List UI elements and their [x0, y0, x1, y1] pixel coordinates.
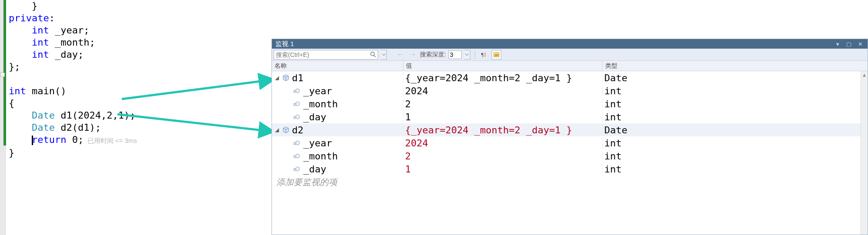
watch-type: int: [604, 86, 622, 96]
paragraph-toggle-icon[interactable]: ¶: [479, 50, 489, 60]
watch-row-root[interactable]: ◢d2{_year=2024 _month=2 _day=1 }Date: [272, 123, 868, 136]
svg-text:¶: ¶: [481, 52, 484, 58]
fold-marker[interactable]: -: [0, 73, 5, 77]
add-watch-item[interactable]: 添加要监视的项: [272, 175, 868, 189]
watch-title-text: 监视 1: [275, 40, 294, 48]
svg-point-37: [295, 169, 295, 170]
search-input[interactable]: [274, 50, 378, 60]
vertical-scrollbar[interactable]: ▲: [861, 71, 868, 235]
field-icon: [293, 87, 302, 94]
svg-rect-18: [295, 105, 295, 106]
watch-body: ◢d1{_year=2024 _month=2 _day=1 }Date_yea…: [272, 71, 868, 235]
code-line: }: [9, 0, 137, 12]
watch-name: _month: [303, 151, 338, 162]
struct-icon: [282, 126, 290, 133]
codelens-hint: 已用时间 <= 3ms: [84, 137, 137, 144]
col-header-name[interactable]: 名称: [272, 61, 403, 71]
depth-input[interactable]: [449, 50, 462, 59]
code-line: [9, 73, 137, 85]
watch-value: 2024: [405, 138, 428, 149]
watch-row-root[interactable]: ◢d1{_year=2024 _month=2 _day=1 }Date: [272, 71, 868, 84]
code-line: int _month;: [9, 36, 137, 49]
svg-point-33: [295, 156, 295, 157]
watch-value: 2: [405, 151, 411, 162]
watch-row-child[interactable]: _year2024int: [272, 136, 868, 149]
svg-point-13: [295, 91, 295, 92]
watch-type: int: [604, 99, 622, 109]
search-dropdown[interactable]: [381, 50, 387, 60]
watch-value: {_year=2024 _month=2 _day=1 }: [405, 73, 572, 83]
watch-row-child[interactable]: _year2024int: [272, 84, 868, 97]
svg-rect-22: [295, 118, 295, 119]
svg-marker-19: [296, 115, 299, 119]
depth-dropdown[interactable]: [464, 50, 470, 60]
watch-type: Date: [604, 73, 627, 83]
watch-name: _day: [303, 112, 326, 122]
code-line: }: [9, 147, 137, 159]
code-line: int _year;: [9, 24, 137, 36]
svg-text:ab: ab: [495, 53, 499, 57]
window-maximize-icon[interactable]: ▢: [843, 40, 855, 48]
watch-value: 2: [405, 99, 411, 109]
chevron-down-icon: [465, 53, 469, 56]
code-editor[interactable]: - }private: int _year; int _month; int _…: [0, 0, 274, 235]
code-line: return 0; 已用时间 <= 3ms: [9, 134, 137, 147]
struct-icon: [282, 74, 290, 81]
col-header-value[interactable]: 值: [403, 61, 603, 71]
scroll-up-icon[interactable]: ▲: [861, 71, 868, 78]
svg-rect-30: [295, 144, 295, 145]
window-close-icon[interactable]: ✕: [855, 40, 866, 48]
code-line: Date d2(d1);: [9, 122, 137, 134]
svg-marker-11: [296, 89, 299, 93]
watch-row-child[interactable]: _day1int: [272, 162, 868, 175]
svg-marker-31: [296, 154, 299, 158]
watch-value: 1: [405, 164, 411, 175]
toolbar-separator: [475, 50, 475, 59]
svg-marker-27: [296, 141, 299, 145]
watch-type: Date: [604, 125, 627, 136]
code-line: };: [9, 61, 137, 73]
depth-label: 搜索深度:: [420, 51, 446, 59]
chevron-down-icon: [382, 53, 385, 56]
svg-line-3: [374, 55, 375, 57]
watch-titlebar[interactable]: 监视 1 ▾ ▢ ✕: [272, 39, 868, 49]
nav-forward-icon[interactable]: →: [408, 50, 417, 59]
field-icon: [293, 139, 302, 146]
watch-value: {_year=2024 _month=2 _day=1 }: [405, 125, 572, 136]
nav-back-icon[interactable]: ←: [395, 50, 405, 59]
search-icon: [370, 51, 376, 58]
watch-row-child[interactable]: _month2int: [272, 149, 868, 162]
svg-point-17: [295, 104, 295, 105]
watch-row-child[interactable]: _month2int: [272, 97, 868, 110]
svg-rect-14: [295, 92, 295, 93]
watch-name: _day: [303, 164, 326, 175]
watch-row-child[interactable]: _day1int: [272, 110, 868, 123]
watch-toolbar: ← → 搜索深度: ¶ ab: [272, 49, 868, 61]
col-header-type[interactable]: 类型: [603, 61, 868, 71]
field-icon: [293, 113, 302, 120]
code-line: Date d1(2024,2,1);: [9, 109, 137, 122]
watch-type: int: [604, 138, 622, 149]
code-line: int main(): [9, 85, 137, 97]
watch-value: 1: [405, 112, 411, 122]
watch-window: 监视 1 ▾ ▢ ✕ ← → 搜索深度: ¶ ab: [271, 39, 868, 235]
watch-type: int: [604, 112, 622, 122]
svg-rect-38: [295, 170, 295, 171]
code-line: int _day;: [9, 49, 137, 61]
svg-point-21: [295, 117, 295, 118]
window-menu-icon[interactable]: ▾: [832, 40, 843, 48]
watch-name: d2: [292, 125, 304, 136]
highlight-toggle-icon[interactable]: ab: [492, 50, 501, 60]
watch-name: _month: [303, 99, 338, 109]
field-icon: [293, 152, 302, 159]
watch-name: _year: [303, 138, 332, 149]
watch-type: int: [604, 151, 622, 162]
expander-icon[interactable]: ◢: [274, 75, 280, 81]
code-line: private:: [9, 12, 137, 24]
field-icon: [293, 100, 302, 107]
expander-icon[interactable]: ◢: [274, 127, 280, 133]
svg-marker-35: [296, 167, 299, 171]
watch-value: 2024: [405, 86, 428, 96]
watch-name: _year: [303, 86, 332, 96]
watch-type: int: [604, 164, 622, 175]
